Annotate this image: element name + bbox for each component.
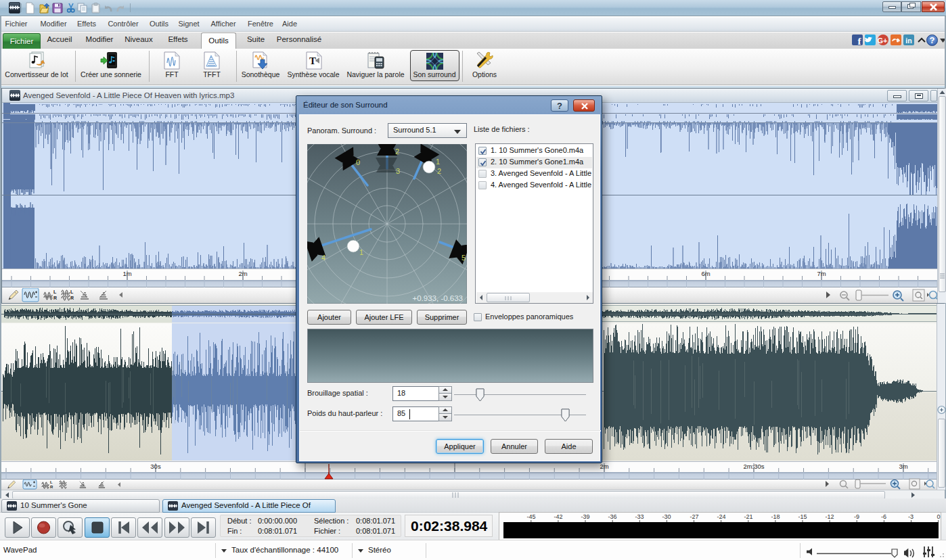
svg-text:3: 3 [396,167,400,175]
svg-text:5: 5 [461,254,466,262]
svg-text:L: L [50,480,53,484]
svg-text:in: in [905,37,911,45]
svg-text:L: L [53,289,57,294]
svg-text:R: R [70,296,74,300]
svg-text:G+: G+ [878,37,888,45]
svg-text:1: 1 [436,158,440,166]
svg-text:2: 2 [395,147,399,156]
svg-text:L: L [70,289,74,294]
svg-text:1: 1 [359,248,363,256]
svg-text:R: R [53,296,57,300]
svg-text:4: 4 [321,254,325,262]
svg-text:2: 2 [437,167,441,175]
svg-text:0: 0 [356,158,360,166]
svg-text:+0.933, -0.633: +0.933, -0.633 [413,294,464,302]
svg-text:T: T [309,55,316,66]
svg-text:R: R [50,485,53,489]
